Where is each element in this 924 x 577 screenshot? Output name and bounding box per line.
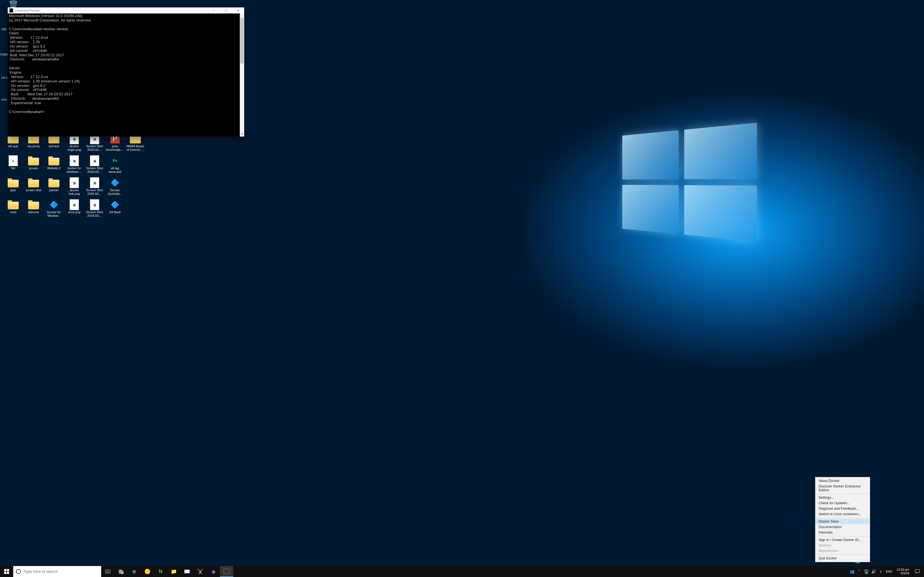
folder-icon <box>28 158 39 165</box>
desktop-icon[interactable]: ▨docker hub.png <box>65 178 84 196</box>
svg-rect-8 <box>915 570 919 572</box>
icon-label: json <box>3 189 23 192</box>
menu-item[interactable]: Kitematic <box>816 530 870 535</box>
taskbar-app-mail[interactable]: ✉️ <box>180 566 194 577</box>
vs-icon: ◈ <box>212 568 216 575</box>
menu-item[interactable]: Discover Docker Enterprise Edition <box>816 484 870 493</box>
desktop-icon[interactable]: ▨Screen Shot 2018-03-... <box>85 178 105 196</box>
desktop-icon[interactable]: ▨Screen Shot 2018-03-... <box>85 200 105 218</box>
task-view-button[interactable] <box>101 566 115 577</box>
tray-time: 12:53 pm <box>897 568 909 572</box>
menu-item[interactable]: Docker Store <box>816 519 870 524</box>
menu-item[interactable]: Settings... <box>816 495 870 500</box>
menu-item[interactable]: Sign in / Create Docker ID... <box>816 537 870 543</box>
tray-language[interactable]: ENG <box>884 566 894 577</box>
action-center-button[interactable] <box>912 569 923 574</box>
menu-item[interactable]: Quit Docker <box>816 556 870 561</box>
tray-people-icon[interactable]: 👥 <box>849 566 855 577</box>
taskbar-app-store[interactable]: 🛍️ <box>115 566 128 577</box>
desktop-icon[interactable]: ▨Screen Shot 2018-03-... <box>85 134 105 152</box>
image-file-icon: ▨ <box>69 155 79 166</box>
icon-label: Docker Quicksta... <box>105 189 125 196</box>
search-box[interactable] <box>13 566 101 577</box>
doc-icon: ≡ <box>8 155 18 166</box>
desktop-icon[interactable]: Website 2 <box>44 156 64 170</box>
desktop-icon[interactable]: sitecore <box>24 200 44 214</box>
notification-icon <box>915 569 920 574</box>
icon-label: mish <box>3 211 23 214</box>
svg-rect-3 <box>7 572 9 574</box>
notepad-icon: N <box>159 569 163 575</box>
titlebar[interactable]: C:\ Command Prompt ─ ☐ ✕ <box>8 7 244 13</box>
desktop-icon[interactable]: screen shot <box>24 178 44 192</box>
start-button[interactable] <box>0 566 13 577</box>
windows-icon <box>4 569 9 574</box>
tray-bluetooth-icon[interactable]: ᚼ <box>877 566 884 577</box>
taskbar-app-visualstudio[interactable]: ◈ <box>207 566 220 577</box>
taskbar-app-cmd[interactable] <box>220 566 233 577</box>
window-title: Command Prompt <box>15 9 39 12</box>
desktop-icon[interactable]: 🔷Docker Quicksta... <box>105 178 125 196</box>
scroll-down-arrow[interactable]: ▼ <box>240 132 244 137</box>
tray-date: 8/3/18 <box>897 572 909 575</box>
menu-item[interactable]: Documentation <box>816 524 870 530</box>
psd-icon: Ps <box>110 156 120 165</box>
terminal-output[interactable]: Microsoft Windows [Version 10.0.16299.24… <box>8 13 244 137</box>
desktop-icon[interactable]: ≡fiat <box>3 156 23 170</box>
menu-item: Swarms <box>816 543 870 548</box>
maximize-button[interactable]: ☐ <box>220 7 232 13</box>
close-button[interactable]: ✕ <box>232 7 244 13</box>
icon-label: sitecore <box>24 211 44 214</box>
command-prompt-window[interactable]: C:\ Command Prompt ─ ☐ ✕ Microsoft Windo… <box>8 7 244 137</box>
taskbar-app-explorer[interactable]: 📁 <box>167 566 180 577</box>
icon-label: NRMA Board of Director ... <box>125 145 145 152</box>
desktop-icon-partial[interactable]: 100 <box>0 27 8 31</box>
tray-volume-icon[interactable]: 🔊 <box>870 566 877 577</box>
desktop-icon[interactable]: 🔷Docker for Window... <box>44 200 64 218</box>
desktop-icon[interactable]: mish <box>3 200 23 214</box>
icon-label: Docker for Window... <box>44 211 64 218</box>
desktop-icon[interactable]: Psalt tag issue.psd <box>105 156 125 174</box>
minimize-button[interactable]: ─ <box>208 7 220 13</box>
folder-icon <box>8 180 19 187</box>
menu-item[interactable]: About Docker <box>816 478 870 484</box>
menu-item: Repositories <box>816 548 870 554</box>
chrome-icon: 🟡 <box>144 569 150 575</box>
desktop-icon[interactable]: ▨Screen Shot 2018-03-... <box>85 156 105 174</box>
folder-icon: 📁 <box>171 569 177 575</box>
icon-label: Screen Shot 2018-03-... <box>85 189 105 196</box>
desktop-icon[interactable]: ▨docker engin.png <box>65 134 84 152</box>
icon-label: fiat <box>3 166 23 170</box>
menu-item[interactable]: Check for Updates... <box>816 500 870 506</box>
icon-label: docker hub.png <box>65 189 84 196</box>
cortana-icon <box>16 569 21 574</box>
taskbar-app-edge[interactable]: e <box>128 566 141 577</box>
menu-item[interactable]: Switch to Linux containers... <box>816 511 870 517</box>
folder-icon <box>28 180 39 187</box>
search-input[interactable] <box>24 569 99 574</box>
menu-item[interactable]: Diagnose and Feedback... <box>816 506 870 511</box>
icon-label: pres knockoutjs.... <box>105 145 125 152</box>
folder-icon <box>48 136 60 143</box>
desktop-icon[interactable]: NRMA Board of Director ... <box>125 134 145 152</box>
desktop-icon[interactable]: 🔷Git Bash <box>105 200 125 214</box>
desktop-icon[interactable]: yanmin <box>44 178 64 192</box>
system-tray: 👥 ˄ 🖥️ 🔊 ᚼ ENG 12:53 pm 8/3/18 <box>849 566 924 577</box>
tray-chevron-up-icon[interactable]: ˄ <box>856 566 863 577</box>
tray-clock[interactable]: 12:53 pm 8/3/18 <box>894 568 911 575</box>
edge-icon: e <box>132 568 136 575</box>
svg-rect-6 <box>105 572 107 574</box>
tray-monitor-icon[interactable]: 🖥️ <box>863 566 869 577</box>
scroll-thumb[interactable] <box>240 18 244 63</box>
desktop-icon[interactable]: ▨error.png <box>65 200 84 214</box>
desktop-icon[interactable]: ▨docker for windows ... <box>65 156 84 174</box>
taskbar-app-snip[interactable]: ✂️ <box>194 566 207 577</box>
scrollbar[interactable]: ▲ ▼ <box>240 13 244 137</box>
taskbar-app-notepadpp[interactable]: N <box>154 566 167 577</box>
desktop-icon[interactable]: json <box>3 178 23 192</box>
svg-rect-0 <box>4 569 6 571</box>
taskbar-app-chrome[interactable]: 🟡 <box>141 566 154 577</box>
desktop-icon[interactable]: screen <box>24 156 44 170</box>
folder-icon <box>8 136 19 143</box>
desktop-icon[interactable]: Ppres knockoutjs.... <box>105 134 125 152</box>
